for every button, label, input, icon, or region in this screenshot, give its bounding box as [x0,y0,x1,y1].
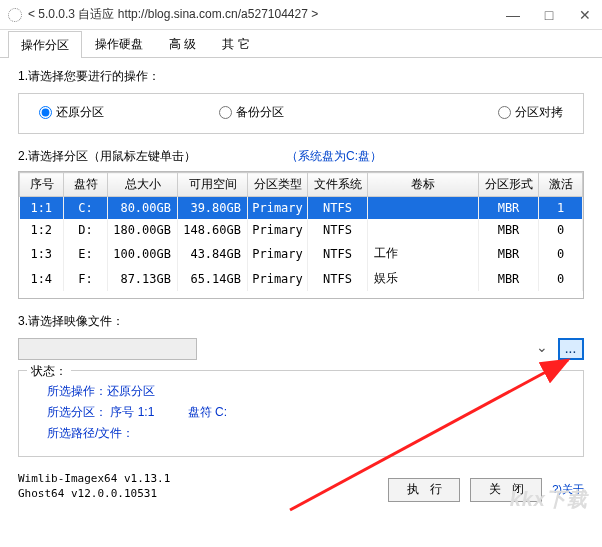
operation-radio-group: 还原分区 备份分区 分区对拷 [18,93,584,134]
maximize-button[interactable]: □ [540,7,558,23]
cell-fs: NTFS [308,266,368,291]
cell-act: 0 [539,266,583,291]
table-row[interactable]: 1:1C:80.00GB39.80GBPrimaryNTFSMBR1 [20,197,583,220]
radio-restore-input[interactable] [39,106,52,119]
radio-backup-label: 备份分区 [236,104,284,121]
cell-ptype: Primary [248,219,308,241]
cell-seq: 1:2 [20,219,64,241]
cell-drv: C: [64,197,108,220]
cell-act: 1 [539,197,583,220]
image-file-select[interactable] [18,338,197,360]
window-title: < 5.0.0.3 自适应 http://blog.sina.com.cn/a5… [28,6,504,23]
th-active[interactable]: 激活 [539,173,583,197]
table-row[interactable]: 1:2D:180.00GB148.60GBPrimaryNTFSMBR0 [20,219,583,241]
cell-free: 148.60GB [178,219,248,241]
tab-other[interactable]: 其 它 [209,30,262,57]
table-row[interactable]: 1:3E:100.00GB43.84GBPrimaryNTFS工作MBR0 [20,241,583,266]
partition-table: 序号 盘符 总大小 可用空间 分区类型 文件系统 卷标 分区形式 激活 1:1C… [18,171,584,299]
cell-pform: MBR [479,219,539,241]
window-titlebar: < 5.0.0.3 自适应 http://blog.sina.com.cn/a5… [0,0,602,30]
table-header-row: 序号 盘符 总大小 可用空间 分区类型 文件系统 卷标 分区形式 激活 [20,173,583,197]
cell-fs: NTFS [308,241,368,266]
cell-drv: D: [64,219,108,241]
th-drive[interactable]: 盘符 [64,173,108,197]
status-path: 所选路径/文件： [47,425,571,442]
cell-free: 65.14GB [178,266,248,291]
browse-button[interactable]: ... [558,338,584,360]
status-partition: 所选分区： 序号 1:1 盘符 C: [47,404,571,421]
cell-total: 180.00GB [108,219,178,241]
about-link[interactable]: ?)关于 [552,482,584,497]
th-volume[interactable]: 卷标 [368,173,479,197]
tab-operate-disk[interactable]: 操作硬盘 [82,30,156,57]
table-row[interactable]: 1:4F:87.13GB65.14GBPrimaryNTFS娱乐MBR0 [20,266,583,291]
radio-restore-partition[interactable]: 还原分区 [39,104,219,121]
th-pform[interactable]: 分区形式 [479,173,539,197]
cell-ptype: Primary [248,266,308,291]
status-title: 状态： [27,363,71,380]
cell-drv: E: [64,241,108,266]
cell-pform: MBR [479,266,539,291]
tab-bar: 操作分区 操作硬盘 高 级 其 它 [0,30,602,58]
cell-ptype: Primary [248,241,308,266]
tab-operate-partition[interactable]: 操作分区 [8,31,82,58]
radio-backup-partition[interactable]: 备份分区 [219,104,443,121]
cell-act: 0 [539,241,583,266]
th-ptype[interactable]: 分区类型 [248,173,308,197]
cell-vol [368,219,479,241]
section1-label: 1.请选择您要进行的操作： [18,68,584,85]
cell-vol [368,197,479,220]
cell-vol: 娱乐 [368,266,479,291]
ghost-version: Ghost64 v12.0.0.10531 [18,486,170,501]
tab-advanced[interactable]: 高 级 [156,30,209,57]
section2-label: 2.请选择分区（用鼠标左键单击） [18,148,196,165]
minimize-button[interactable]: ― [504,7,522,23]
app-icon [8,8,22,22]
cell-ptype: Primary [248,197,308,220]
radio-copy-label: 分区对拷 [515,104,563,121]
radio-copy-input[interactable] [498,106,511,119]
cell-vol: 工作 [368,241,479,266]
wimlib-version: Wimlib-Imagex64 v1.13.1 [18,471,170,486]
cell-free: 39.80GB [178,197,248,220]
cell-pform: MBR [479,241,539,266]
cell-seq: 1:1 [20,197,64,220]
cell-seq: 1:3 [20,241,64,266]
status-panel: 状态： 所选操作：还原分区 所选分区： 序号 1:1 盘符 C: 所选路径/文件… [18,370,584,457]
radio-copy-partition[interactable]: 分区对拷 [443,104,563,121]
cell-fs: NTFS [308,197,368,220]
cell-total: 80.00GB [108,197,178,220]
execute-button[interactable]: 执 行 [388,478,460,502]
cell-fs: NTFS [308,219,368,241]
th-total[interactable]: 总大小 [108,173,178,197]
system-drive-hint: （系统盘为C:盘） [286,148,382,165]
cell-pform: MBR [479,197,539,220]
window-controls: ― □ ✕ [504,7,594,23]
cell-act: 0 [539,219,583,241]
th-free[interactable]: 可用空间 [178,173,248,197]
version-info: Wimlib-Imagex64 v1.13.1 Ghost64 v12.0.0.… [18,471,170,502]
cell-seq: 1:4 [20,266,64,291]
cell-total: 87.13GB [108,266,178,291]
radio-backup-input[interactable] [219,106,232,119]
th-seq[interactable]: 序号 [20,173,64,197]
cell-free: 43.84GB [178,241,248,266]
status-operation: 所选操作：还原分区 [47,383,571,400]
close-button[interactable]: 关 闭 [470,478,542,502]
cell-drv: F: [64,266,108,291]
section3-label: 3.请选择映像文件： [18,313,584,330]
th-fs[interactable]: 文件系统 [308,173,368,197]
close-window-button[interactable]: ✕ [576,7,594,23]
radio-restore-label: 还原分区 [56,104,104,121]
cell-total: 100.00GB [108,241,178,266]
